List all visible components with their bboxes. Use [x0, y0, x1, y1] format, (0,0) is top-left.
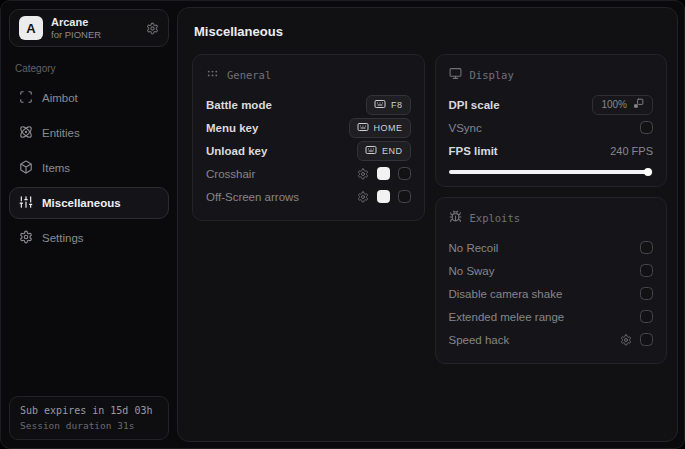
battle-mode-keybind[interactable]: F8: [366, 95, 411, 115]
dpi-scale-row: DPI scale 100%: [449, 93, 654, 116]
unload-key-label: Unload key: [206, 145, 267, 157]
app-header-card: A Arcane for PIONER: [9, 9, 169, 47]
menu-key-row: Menu key HOME: [206, 116, 411, 139]
content-columns: General Battle mode F8 Menu key H: [192, 54, 667, 364]
display-card-title: Display: [449, 67, 654, 82]
crosshair-label: Crosshair: [206, 168, 255, 180]
vsync-checkbox[interactable]: [640, 121, 653, 134]
keybind-value: F8: [391, 100, 403, 110]
sub-expires-text: Sub expires in 15d 03h: [20, 405, 158, 416]
sliders-icon: [19, 195, 33, 211]
card-title-label: General: [227, 69, 271, 81]
sidebar-item-aimbot[interactable]: Aimbot: [9, 82, 169, 114]
keyboard-icon: [374, 98, 386, 112]
general-card-title: General: [206, 67, 411, 82]
extended-melee-range-row: Extended melee range: [449, 305, 654, 328]
sidebar-item-label: Items: [42, 162, 70, 174]
speed-hack-label: Speed hack: [449, 334, 510, 346]
sidebar: A Arcane for PIONER Category Aimbot Enti…: [1, 1, 177, 448]
display-card: Display DPI scale 100% VSync: [435, 54, 668, 187]
crosshair-row: Crosshair: [206, 162, 411, 185]
app-header-text: Arcane for PIONER: [51, 16, 101, 40]
subscription-info-card: Sub expires in 15d 03h Session duration …: [9, 396, 169, 440]
no-recoil-label: No Recoil: [449, 242, 499, 254]
fps-slider-fill: [449, 170, 649, 174]
extended-melee-range-checkbox[interactable]: [640, 310, 653, 323]
battle-mode-label: Battle mode: [206, 99, 272, 111]
menu-key-keybind[interactable]: HOME: [349, 118, 411, 138]
right-column: Display DPI scale 100% VSync: [435, 54, 668, 364]
gear-icon: [19, 230, 33, 246]
app-name: Arcane: [51, 16, 101, 28]
dpi-scale-value: 100%: [601, 99, 627, 110]
sidebar-item-settings[interactable]: Settings: [9, 222, 169, 254]
offscreen-arrows-color-swatch[interactable]: [377, 190, 390, 203]
app-subtitle: for PIONER: [51, 29, 101, 40]
battle-mode-row: Battle mode F8: [206, 93, 411, 116]
menu-key-label: Menu key: [206, 122, 258, 134]
crosshair-controls: [357, 167, 411, 180]
speed-hack-row: Speed hack: [449, 328, 654, 351]
card-title-label: Exploits: [470, 212, 521, 224]
left-column: General Battle mode F8 Menu key H: [192, 54, 425, 221]
no-sway-row: No Sway: [449, 259, 654, 282]
offscreen-arrows-checkbox[interactable]: [398, 190, 411, 203]
speed-hack-settings-icon[interactable]: [620, 334, 632, 346]
dpi-scale-select[interactable]: 100%: [592, 95, 653, 115]
no-recoil-row: No Recoil: [449, 236, 654, 259]
vsync-label: VSync: [449, 122, 482, 134]
sidebar-item-label: Aimbot: [42, 92, 78, 104]
fps-limit-value: 240 FPS: [610, 145, 653, 157]
main-panel: Miscellaneous General Battle mode F8: [177, 7, 678, 442]
vsync-row: VSync: [449, 116, 654, 139]
exploits-card-title: Exploits: [449, 210, 654, 225]
keybind-value: END: [382, 146, 403, 156]
scale-icon: [633, 98, 644, 111]
sidebar-item-label: Entities: [42, 127, 80, 139]
offscreen-arrows-row: Off-Screen arrows: [206, 185, 411, 208]
fps-limit-label: FPS limit: [449, 145, 498, 157]
grid-dots-icon: [206, 67, 219, 82]
sidebar-item-label: Settings: [42, 232, 84, 244]
session-duration-text: Session duration 31s: [20, 420, 158, 431]
crosshair-color-swatch[interactable]: [377, 167, 390, 180]
offscreen-arrows-controls: [357, 190, 411, 203]
no-recoil-checkbox[interactable]: [640, 241, 653, 254]
page-title: Miscellaneous: [194, 24, 667, 39]
app-logo: A: [19, 16, 43, 40]
keyboard-icon: [357, 121, 369, 135]
general-card: General Battle mode F8 Menu key H: [192, 54, 425, 221]
unload-key-row: Unload key END: [206, 139, 411, 162]
crosshair-checkbox[interactable]: [398, 167, 411, 180]
keyboard-icon: [365, 144, 377, 158]
header-settings-icon[interactable]: [146, 22, 159, 35]
box-icon: [19, 160, 33, 176]
atom-icon: [19, 125, 33, 141]
fps-limit-row: FPS limit 240 FPS: [449, 139, 654, 162]
no-sway-checkbox[interactable]: [640, 264, 653, 277]
speed-hack-checkbox[interactable]: [640, 333, 653, 346]
bug-icon: [449, 210, 462, 225]
no-sway-label: No Sway: [449, 265, 495, 277]
speed-hack-controls: [620, 333, 653, 346]
disable-camera-shake-checkbox[interactable]: [640, 287, 653, 300]
monitor-icon: [449, 67, 462, 82]
sidebar-item-items[interactable]: Items: [9, 152, 169, 184]
unload-key-keybind[interactable]: END: [357, 141, 411, 161]
offscreen-arrows-settings-icon[interactable]: [357, 191, 369, 203]
keybind-value: HOME: [374, 123, 403, 133]
extended-melee-range-label: Extended melee range: [449, 311, 565, 323]
app-window: A Arcane for PIONER Category Aimbot Enti…: [0, 0, 685, 449]
category-label: Category: [15, 63, 163, 74]
sidebar-item-label: Miscellaneous: [42, 197, 121, 209]
disable-camera-shake-row: Disable camera shake: [449, 282, 654, 305]
scan-icon: [19, 90, 33, 106]
fps-limit-slider[interactable]: [449, 170, 654, 174]
disable-camera-shake-label: Disable camera shake: [449, 288, 563, 300]
sidebar-item-entities[interactable]: Entities: [9, 117, 169, 149]
crosshair-settings-icon[interactable]: [357, 168, 369, 180]
sidebar-item-miscellaneous[interactable]: Miscellaneous: [9, 187, 169, 219]
card-title-label: Display: [470, 69, 514, 81]
exploits-card: Exploits No Recoil No Sway Disable camer…: [435, 197, 668, 364]
dpi-scale-label: DPI scale: [449, 99, 500, 111]
